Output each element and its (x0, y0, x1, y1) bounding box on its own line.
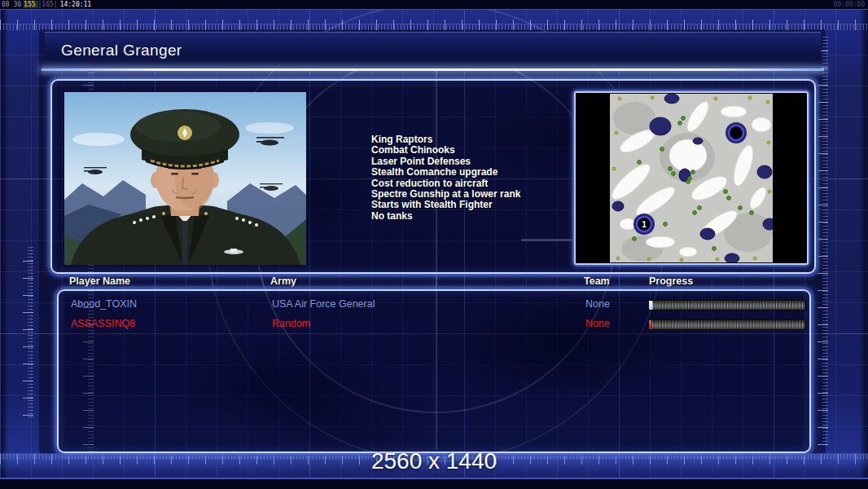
ability-item: Starts with Stealth Fighter (371, 200, 583, 210)
counter-highlight: 155 (24, 1, 37, 8)
player-row: ASSASSINQ8 Random None (59, 318, 809, 333)
resolution-text: 2560 x 1440 (0, 448, 868, 474)
player-team: None (585, 318, 610, 329)
player-army: USA Air Force General (272, 298, 375, 310)
spawn-marker-empty (726, 122, 747, 143)
fps-counter: 08 30 (2, 1, 24, 8)
general-info-panel: King Raptors Combat Chinooks Laser Point… (50, 79, 816, 274)
player-army: Random (272, 318, 310, 329)
ability-item: Spectre Gunship at a lower rank (371, 189, 583, 200)
ability-item: Laser Point Defenses (371, 156, 583, 167)
column-header-player-name: Player Name (69, 275, 130, 287)
player-progress-bar (648, 300, 806, 311)
minimap-art: 1 (610, 94, 773, 262)
loading-screen: 08 30155|165|14:20:11 00:00:00 General G… (0, 0, 868, 489)
debug-counters: 08 30155|165|14:20:11 (2, 0, 94, 9)
ability-item: Cost reduction to aircraft (371, 178, 583, 189)
player-progress-fill (649, 301, 652, 310)
spawn-marker-label: 1 (642, 220, 647, 229)
player-progress-bar (648, 319, 806, 330)
bottom-edge-strip (0, 478, 868, 489)
general-portrait-art (64, 92, 306, 265)
ability-item: King Raptors (371, 134, 583, 145)
minimap-image: 1 (610, 94, 773, 262)
player-row: Abood_TOXIN USA Air Force General None (59, 298, 809, 313)
minimap-panel: 1 (574, 91, 809, 265)
ruler-left-inner (23, 244, 33, 417)
players-panel: Abood_TOXIN USA Air Force General None A… (57, 289, 811, 453)
column-header-team: Team (584, 275, 610, 287)
ability-item: Stealth Comanche upgrade (371, 167, 583, 178)
ability-item: No tanks (371, 211, 583, 222)
clock-readout: 14:20:11 (60, 1, 94, 8)
player-name: ASSASSINQ8 (71, 318, 135, 329)
player-progress-fill (649, 320, 651, 329)
debug-status-bar: 08 30155|165|14:20:11 00:00:00 (0, 0, 868, 10)
ruler-top (0, 20, 868, 30)
title-underline-glow (42, 68, 824, 71)
counter-dim: |165| (38, 1, 60, 8)
player-name: Abood_TOXIN (71, 298, 137, 310)
player-team: None (585, 298, 610, 310)
ruler-right (818, 34, 828, 446)
general-portrait-image (64, 92, 306, 265)
general-abilities-list: King Raptors Combat Chinooks Laser Point… (371, 134, 583, 222)
title-bar: General Granger (45, 32, 821, 69)
page-title: General Granger (61, 42, 182, 59)
column-header-army: Army (270, 275, 296, 287)
column-header-progress: Progress (649, 275, 693, 287)
spawn-marker-1: 1 (633, 214, 655, 235)
match-timer: 00:00:00 (833, 0, 865, 9)
ability-item: Combat Chinooks (371, 145, 583, 156)
